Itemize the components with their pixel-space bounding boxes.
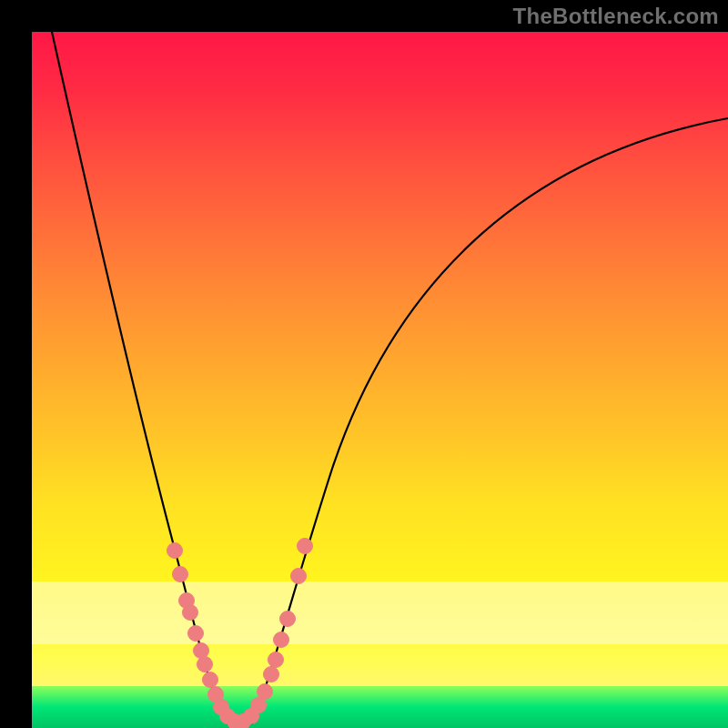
data-dot bbox=[203, 672, 218, 688]
data-dot bbox=[274, 632, 289, 648]
data-dot bbox=[167, 543, 183, 559]
data-dot bbox=[251, 698, 267, 713]
data-dot bbox=[194, 643, 209, 659]
bottleneck-curve-right bbox=[252, 118, 728, 723]
data-dots bbox=[167, 539, 313, 729]
data-dot bbox=[188, 626, 204, 642]
data-dot bbox=[173, 567, 188, 582]
data-dot bbox=[264, 667, 279, 682]
data-dot bbox=[183, 605, 198, 621]
data-dot bbox=[197, 657, 213, 672]
bottleneck-curve-left bbox=[52, 32, 228, 723]
data-dot bbox=[280, 612, 296, 627]
watermark-text: TheBottleneck.com bbox=[513, 4, 719, 29]
plot-area bbox=[32, 32, 728, 728]
data-dot bbox=[268, 652, 284, 668]
data-dot bbox=[291, 569, 307, 584]
data-dot bbox=[258, 684, 273, 700]
data-dot bbox=[298, 539, 313, 554]
chart-frame: TheBottleneck.com bbox=[0, 0, 728, 728]
curve-layer bbox=[32, 32, 728, 728]
